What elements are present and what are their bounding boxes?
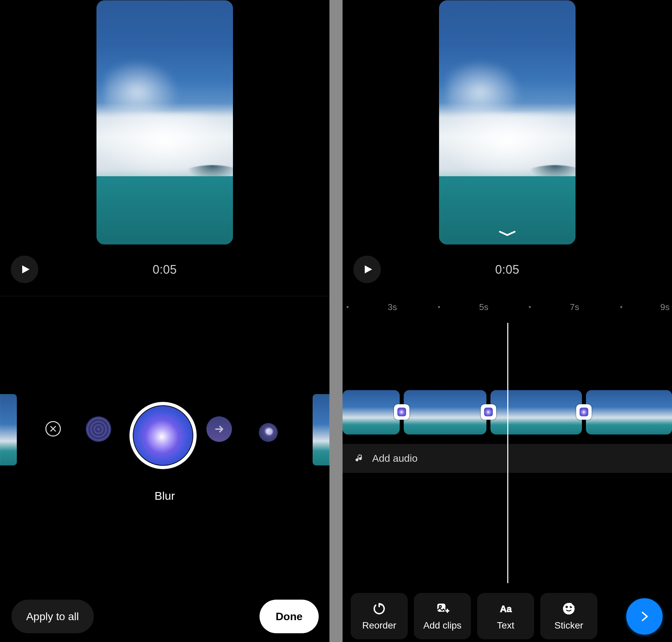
toolbar-label: Reorder bbox=[362, 620, 396, 631]
effect-option-none[interactable] bbox=[46, 421, 61, 437]
timecode-label: 0:05 bbox=[495, 262, 519, 277]
add-audio-label: Add audio bbox=[372, 453, 417, 464]
toolbar-label: Text bbox=[497, 620, 514, 631]
video-preview[interactable] bbox=[96, 0, 233, 244]
play-icon bbox=[363, 264, 374, 275]
video-preview[interactable] bbox=[439, 0, 576, 244]
ruler-label: 7s bbox=[570, 302, 579, 312]
timeline-clip[interactable] bbox=[404, 390, 487, 435]
chevron-right-icon bbox=[638, 610, 651, 623]
video-preview-container bbox=[343, 0, 672, 246]
reorder-icon bbox=[372, 602, 386, 616]
done-button[interactable]: Done bbox=[259, 600, 319, 633]
pane-divider bbox=[329, 0, 343, 642]
blur-effect-icon bbox=[133, 406, 193, 465]
add-clips-icon bbox=[435, 602, 450, 616]
transition-icon bbox=[397, 408, 406, 416]
chevron-down-icon bbox=[499, 230, 516, 237]
editor-toolbar: Reorder Add clips Aa Text Sticker bbox=[351, 593, 597, 639]
effect-option-flare[interactable] bbox=[259, 423, 278, 442]
transition-effect-screen: 0:05 Blur Apply to all Done bbox=[0, 0, 329, 642]
text-icon: Aa bbox=[499, 602, 513, 616]
sticker-icon bbox=[562, 602, 576, 616]
timeline-clip[interactable] bbox=[586, 390, 672, 435]
collapse-preview-button[interactable] bbox=[499, 230, 516, 237]
apply-to-all-button[interactable]: Apply to all bbox=[11, 600, 94, 633]
transition-badge[interactable] bbox=[481, 404, 496, 420]
next-button[interactable] bbox=[626, 598, 662, 634]
effect-option-rings[interactable] bbox=[86, 416, 111, 442]
reorder-button[interactable]: Reorder bbox=[351, 593, 408, 639]
ruler-label: 5s bbox=[479, 302, 488, 312]
transition-badge[interactable] bbox=[576, 404, 592, 420]
timeline-clip[interactable] bbox=[343, 390, 400, 435]
add-clips-button[interactable]: Add clips bbox=[414, 593, 471, 639]
done-label: Done bbox=[276, 611, 302, 623]
play-button[interactable] bbox=[11, 256, 38, 283]
play-button[interactable] bbox=[353, 256, 381, 283]
selected-effect-label: Blur bbox=[155, 489, 175, 502]
music-note-icon bbox=[355, 453, 365, 463]
ruler-label: 9s bbox=[660, 302, 669, 312]
toolbar-label: Sticker bbox=[554, 620, 583, 631]
transition-icon bbox=[484, 408, 493, 416]
clip-thumbnail-left bbox=[0, 394, 17, 465]
timeline-ruler[interactable]: 3s 5s 7s 9s bbox=[343, 303, 672, 316]
timeline-editor-screen: 0:05 3s 5s 7s 9s Add audio bbox=[343, 0, 672, 642]
close-icon bbox=[49, 425, 57, 433]
arrow-right-icon bbox=[213, 423, 225, 435]
ruler-label: 3s bbox=[388, 302, 397, 312]
transition-icon bbox=[580, 408, 588, 416]
transition-effect-carousel[interactable] bbox=[0, 387, 329, 471]
clip-thumbnail-right bbox=[313, 394, 329, 465]
transition-badge[interactable] bbox=[394, 404, 410, 420]
play-icon bbox=[20, 264, 31, 275]
timeline-clip[interactable] bbox=[490, 390, 582, 435]
toolbar-label: Add clips bbox=[423, 620, 462, 631]
video-preview-container bbox=[0, 0, 329, 246]
sticker-button[interactable]: Sticker bbox=[540, 593, 597, 639]
timecode-label: 0:05 bbox=[153, 262, 177, 277]
timeline-playhead[interactable] bbox=[507, 323, 508, 583]
text-button[interactable]: Aa Text bbox=[477, 593, 534, 639]
apply-to-all-label: Apply to all bbox=[26, 611, 79, 623]
svg-text:Aa: Aa bbox=[500, 604, 512, 614]
effect-option-slide[interactable] bbox=[206, 416, 232, 442]
effect-option-blur-selected[interactable] bbox=[129, 402, 197, 469]
